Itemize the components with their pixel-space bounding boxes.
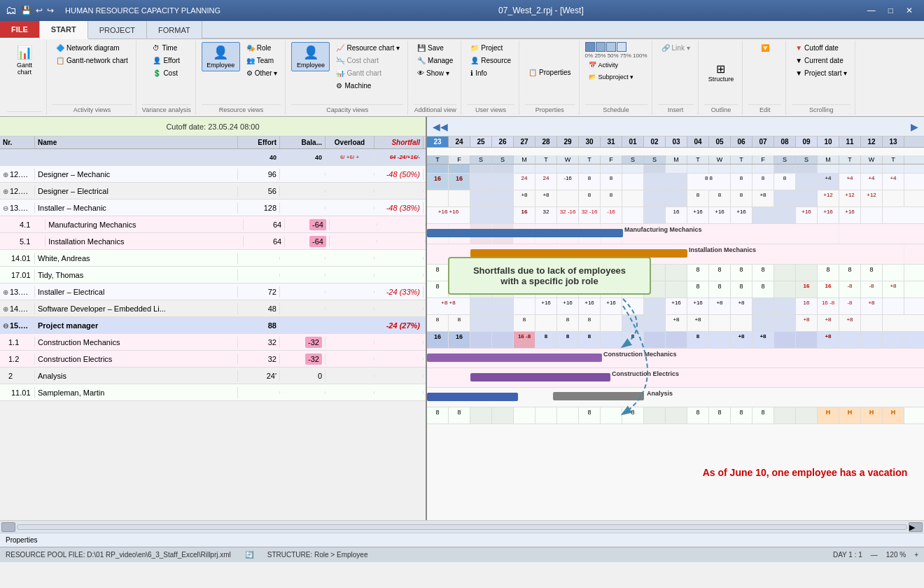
day-cell: W [557, 155, 579, 164]
day-cell: F [601, 155, 622, 164]
cost-button[interactable]: 💲 Cost [149, 67, 183, 79]
refresh-icon[interactable]: 🔄 [245, 551, 253, 559]
table-row: ⊕12.001 Designer – Mechanic 96 -48 (50%) [0, 166, 426, 183]
save-view-button[interactable]: 💾 Save [414, 42, 456, 54]
cell-bala: -32 [280, 337, 326, 348]
struct-label: Structure [708, 76, 734, 83]
show-button[interactable]: 👁 Show ▾ [414, 67, 456, 79]
day-cell: M [818, 155, 839, 164]
gantt-date: 28 [536, 136, 557, 147]
struct-icon: ⊞ [716, 62, 725, 76]
sub-label: Subproject ▾ [598, 74, 634, 80]
employee-big-button[interactable]: 👤 Employee [202, 42, 240, 71]
gantt-cap-button[interactable]: 📊 Gantt chart [332, 67, 403, 79]
manage-button[interactable]: 🔧 Manage [414, 55, 456, 66]
cell-name: Analysis [35, 370, 238, 382]
properties-bar: Properties [0, 533, 924, 547]
machine-button[interactable]: ⚙ Machine [332, 80, 403, 92]
zoom-controls[interactable]: — [871, 551, 878, 559]
ribbon-group-outline: ⊞ Structure Outline [700, 41, 743, 115]
resource-chart-button[interactable]: 📈 Resource chart ▾ [332, 42, 403, 54]
cell-nr: ⊕14.001 [0, 303, 35, 314]
gn-icon: 📋 [56, 57, 64, 64]
table-row: 1.1 Construction Mechanics 32 -32 [0, 334, 426, 351]
gantt-date: 13 [883, 136, 904, 147]
cutoff-date-button[interactable]: ▼ Cutoff date [792, 42, 850, 54]
day-cell: T [536, 155, 557, 164]
link-button[interactable]: 🔗 Link ▾ [658, 42, 694, 54]
table-row: 1.2 Construction Electrics 32 -32 [0, 351, 426, 368]
day-cell: T [427, 155, 449, 164]
structure-button[interactable]: ⊞ Structure [704, 59, 738, 85]
role-icon: 🎭 [246, 44, 255, 52]
ribbon-group-resource: 👤 Employee 🎭 Role 👥 Team ⚙ Other ▾ [197, 41, 286, 115]
tab-start[interactable]: START [40, 21, 88, 39]
redo-icon[interactable]: ↪ [47, 6, 54, 15]
table-row: 4.1 Manufacturing Mechanics 64 -64 [0, 216, 426, 233]
cell-overload [326, 391, 374, 394]
ribbon-group-variance: ⏱ Time 👤 Effort 💲 Cost Variance analysis [138, 41, 196, 115]
maximize-button[interactable]: □ [883, 4, 899, 17]
tab-file[interactable]: FILE [0, 21, 40, 39]
cell-effort: 56 [238, 186, 280, 197]
cell-overload [326, 358, 374, 360]
right-panel[interactable]: ◀◀ ▶ 23 24 25 26 27 28 29 30 31 01 02 03… [427, 117, 924, 520]
employee-cap-button[interactable]: 👤 Employee [291, 42, 330, 71]
info-button[interactable]: ℹ Info [467, 67, 514, 79]
cost-chart-button[interactable]: 📉 Cost chart [332, 55, 403, 66]
cutoff-icon: ▼ [795, 44, 802, 52]
team-button[interactable]: 👥 Team [243, 55, 281, 66]
cell-shortfall: -48 (38%) [374, 202, 424, 214]
activity-schedule-button[interactable]: 📅 Activity [585, 59, 648, 71]
other-icon: ⚙ [246, 69, 253, 77]
time-button[interactable]: ⏱ Time [149, 42, 183, 54]
table-row: ⊖13.001 Installer – Mechanic 128 -48 (38… [0, 200, 426, 216]
cell-effort: 32 [238, 337, 280, 348]
filter-button[interactable]: 🔽 [757, 42, 773, 54]
other-label: Other ▾ [255, 69, 278, 77]
cell-bala [280, 324, 326, 327]
tab-project[interactable]: PROJECT [88, 21, 147, 38]
other-button[interactable]: ⚙ Other ▾ [243, 67, 281, 79]
effort-label: Effort [163, 57, 180, 64]
day-cell-weekend: S [470, 155, 492, 164]
ribbon-group-scrolling: ▼ Cutoff date ▼ Current date ▼ Project s… [788, 41, 855, 115]
gantt-network-button[interactable]: 📋 Gantt-network chart [52, 55, 132, 66]
gantt-nav-arrow-left[interactable]: ◀◀ [433, 121, 448, 132]
undo-icon[interactable]: ↩ [36, 6, 43, 15]
cell-nr: ⊕13.002 [0, 286, 35, 298]
table-row: ⊕13.002 Installer – Electrical 72 -24 (3… [0, 284, 426, 300]
group-label-scrolling: Scrolling [792, 104, 850, 113]
close-button[interactable]: ✕ [900, 4, 918, 17]
subproject-button[interactable]: 📂 Subproject ▾ [585, 71, 648, 83]
group-label-insert: Insert [658, 104, 694, 113]
properties-main-button[interactable]: 📋 Properties [525, 66, 575, 78]
cell-shortfall [374, 391, 424, 394]
minimize-button[interactable]: — [862, 4, 881, 17]
gantt-nav-arrow-right[interactable]: ▶ [911, 121, 918, 132]
save-icon[interactable]: 💾 [21, 6, 31, 15]
horizontal-scrollbar[interactable]: ▶ [0, 520, 924, 533]
network-diagram-button[interactable]: 🔷 Network diagram [52, 42, 132, 54]
proj-label: Project [481, 44, 503, 52]
cell-shortfall [374, 307, 424, 310]
cell-bala [280, 391, 326, 394]
current-date-button[interactable]: ▼ Current date [792, 55, 850, 66]
table-body: 40 40 6/ +6/ + 64 -24/+16/- ⊕12.001 Desi… [0, 149, 426, 520]
resource-button[interactable]: 👤 Resource [467, 55, 514, 66]
cell-name: Manufacturing Mechanics [46, 219, 244, 230]
project-button[interactable]: 📁 Project [467, 42, 514, 54]
zoom-in-button[interactable]: + [914, 551, 918, 559]
ribbon-group-gantt: 📊 Ganttchart [3, 41, 47, 115]
effort-button[interactable]: 👤 Effort [149, 55, 183, 66]
cell-overload: 6/ +6/ + [326, 153, 374, 162]
vacation-text: As of June 10, one employee has a vacati… [703, 467, 908, 478]
gantt-chart-button[interactable]: 📊 Ganttchart [7, 42, 42, 78]
role-button[interactable]: 🎭 Role [243, 42, 281, 54]
time-label: Time [162, 44, 177, 52]
group-label-variance: Variance analysis [142, 104, 191, 113]
cell-nr [0, 156, 35, 159]
project-start-button[interactable]: ▼ Project start ▾ [792, 67, 850, 79]
day-cell: M [666, 155, 687, 164]
tab-format[interactable]: FORMAT [147, 21, 202, 38]
